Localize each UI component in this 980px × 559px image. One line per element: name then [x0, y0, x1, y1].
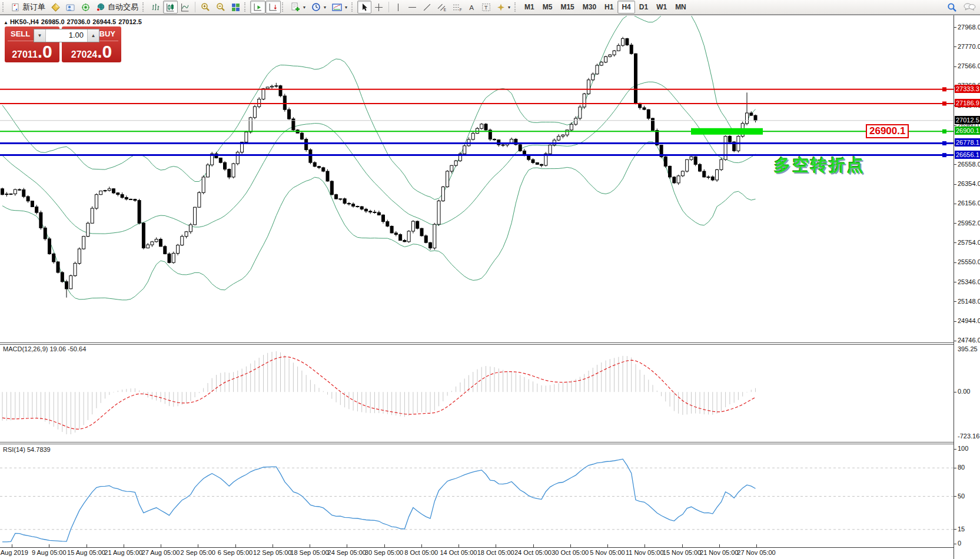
panel-separator[interactable]	[0, 442, 954, 444]
candle-down	[647, 109, 650, 118]
time-axis-label: 18 Sep 05:00	[290, 549, 328, 556]
sell-price-pips: .0	[38, 44, 52, 59]
horizontal-line-button[interactable]	[405, 1, 420, 14]
autotrading-button[interactable]: 自动交易	[93, 1, 141, 14]
line-endpoint-marker[interactable]	[942, 102, 946, 106]
channel-button[interactable]: E	[434, 1, 450, 14]
level-price-label: 26778.1	[955, 138, 980, 147]
templates-button[interactable]: ▾	[329, 1, 350, 14]
candle-up	[609, 55, 612, 56]
chart-shift-button[interactable]	[265, 1, 281, 14]
timeframe-button-w1[interactable]: W1	[652, 1, 671, 14]
candle-up	[707, 177, 710, 178]
timeframe-button-m5[interactable]: M5	[539, 1, 557, 14]
candle-down	[343, 199, 346, 204]
candle-up	[407, 231, 410, 242]
candle-down	[531, 159, 534, 162]
collapse-trade-panel-icon[interactable]: ▲	[4, 20, 8, 25]
time-tick-mark	[384, 544, 385, 547]
time-axis-label: 21 Aug 05:00	[104, 549, 142, 556]
rsi-axis-label: 80	[958, 464, 965, 471]
chart-annotation-text[interactable]: 多空转折点	[774, 154, 865, 177]
timeframe-button-d1[interactable]: D1	[635, 1, 652, 14]
cursor-button[interactable]	[357, 1, 371, 14]
timeframe-button-h1[interactable]: H1	[600, 1, 617, 14]
candlestick-chart-button[interactable]	[163, 1, 178, 14]
volume-input[interactable]: 1.00	[46, 29, 87, 42]
new-order-button[interactable]: 新订单	[8, 1, 48, 14]
time-tick-mark	[124, 544, 124, 547]
price-callout-label[interactable]: 26900.1	[866, 124, 909, 138]
macd-value-main: 19.06	[49, 345, 66, 352]
level-price-label: 27012.5	[955, 116, 980, 124]
candle-up	[617, 45, 620, 51]
vertical-line-button[interactable]	[391, 1, 405, 14]
ohlc-high: 27036.0	[67, 18, 91, 25]
candle-up	[87, 223, 89, 236]
candle-down	[309, 150, 312, 163]
macd-panel-chart[interactable]	[0, 344, 954, 441]
buy-price: 27024	[71, 49, 98, 60]
time-axis-label: 15 Aug 05:00	[67, 549, 105, 556]
market-watch-button[interactable]	[48, 1, 63, 14]
price-tick-label: 26156.0	[958, 199, 980, 207]
auto-scroll-button[interactable]	[250, 1, 265, 14]
arrows-button[interactable]: ▾	[494, 1, 513, 14]
search-button[interactable]	[944, 1, 960, 14]
pivot-highlight-bar[interactable]	[691, 128, 763, 135]
line-endpoint-marker[interactable]	[942, 141, 946, 145]
volume-decrease-button[interactable]: ▼	[34, 29, 46, 42]
fibonacci-button[interactable]: F	[450, 1, 465, 14]
price-axis[interactable]: 27968.027770.027566.027368.027164.026960…	[954, 15, 980, 559]
bar-chart-button[interactable]	[148, 1, 163, 14]
symbol-period: HK50-,H4	[10, 18, 39, 25]
candle-up	[677, 176, 680, 183]
candle-down	[390, 226, 393, 233]
timeframe-button-h4[interactable]: H4	[617, 1, 634, 14]
rsi-axis-label: 15	[958, 525, 965, 533]
time-tick-mark	[161, 544, 161, 547]
main-chart[interactable]	[0, 16, 954, 342]
zoom-out-button[interactable]	[213, 1, 228, 14]
toolbar-grip	[351, 2, 356, 12]
volume-increase-button[interactable]: ▲	[87, 29, 99, 42]
zoom-in-button[interactable]	[198, 1, 213, 14]
trendline-button[interactable]	[420, 1, 434, 14]
rsi-panel-chart[interactable]	[0, 444, 954, 547]
candle-up	[245, 132, 248, 142]
chat-button[interactable]	[960, 1, 979, 14]
line-chart-button[interactable]	[178, 1, 192, 14]
line-endpoint-marker[interactable]	[942, 87, 946, 91]
tile-windows-button[interactable]	[228, 1, 243, 14]
timeframe-button-mn[interactable]: MN	[671, 1, 690, 14]
candle-down	[420, 228, 423, 236]
timeframe-button-m1[interactable]: M1	[520, 1, 539, 14]
timeframe-button-m15[interactable]: M15	[556, 1, 578, 14]
sell-label: SELL	[11, 29, 30, 38]
price-tick-mark	[954, 262, 956, 263]
timeframe-button-m30[interactable]: M30	[579, 1, 600, 14]
text-button[interactable]: A	[465, 1, 479, 14]
time-axis-line	[0, 547, 954, 548]
crosshair-button[interactable]	[371, 1, 386, 14]
chat-icon	[963, 2, 976, 12]
navigator-button[interactable]	[63, 1, 78, 14]
time-tick-mark	[533, 544, 534, 547]
candle-down	[313, 162, 316, 167]
level-price-label: 26656.1	[955, 151, 980, 159]
candle-down	[26, 197, 29, 201]
indicators-button[interactable]: ▾	[288, 1, 308, 14]
line-endpoint-marker[interactable]	[942, 129, 946, 134]
candle-down	[403, 241, 406, 242]
text-label-button[interactable]: T	[479, 1, 494, 14]
signals-button[interactable]	[78, 1, 93, 14]
candle-up	[232, 164, 235, 177]
panel-separator[interactable]	[0, 342, 954, 345]
time-axis-label: 27 Nov 05:00	[737, 549, 775, 556]
periods-button[interactable]: ▾	[308, 1, 329, 14]
chart-window: ▲HK50-,H426985.027036.026944.527012.5 SE…	[0, 15, 980, 559]
line-endpoint-marker[interactable]	[942, 153, 946, 157]
candle-down	[121, 195, 124, 198]
candle-up	[720, 159, 723, 169]
candle-down	[382, 215, 385, 221]
